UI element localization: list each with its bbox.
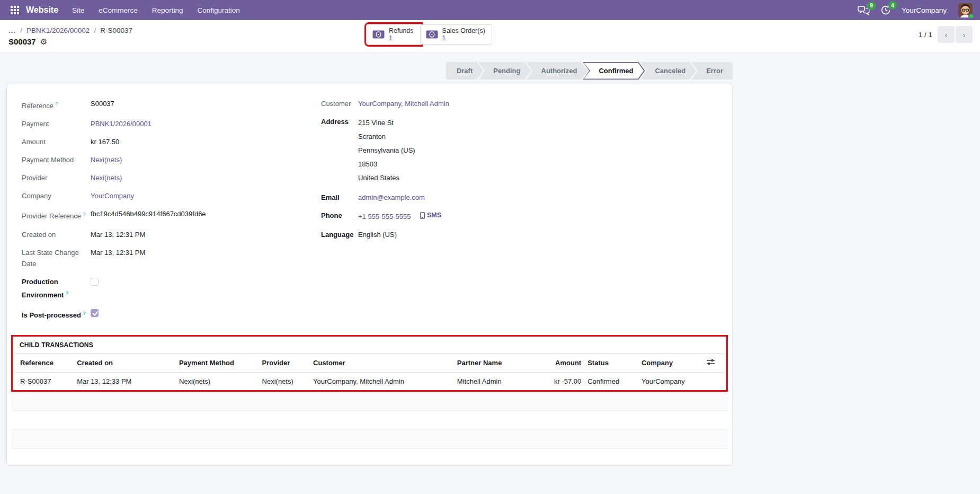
col-partner-name[interactable]: Partner Name	[454, 354, 527, 373]
last-state-change-value[interactable]: Mar 13, 12:31 PM	[91, 247, 145, 269]
page: Website Site eCommerce Reporting Configu…	[0, 0, 980, 494]
email-link[interactable]: admin@example.com	[358, 192, 425, 203]
field-last-state-change: Last State Change Date Mar 13, 12:31 PM	[22, 247, 318, 269]
col-customer[interactable]: Customer	[310, 354, 454, 373]
gear-icon[interactable]: ⚙	[40, 38, 47, 46]
cell-amount[interactable]: kr -57.00	[526, 373, 584, 391]
help-icon[interactable]: ?	[65, 290, 68, 296]
form-right-column: Customer YourCompany, Mitchell Admin Add…	[318, 98, 724, 328]
is-post-processed-checkbox[interactable]	[91, 309, 99, 317]
child-transactions-section: CHILD TRANSACTIONS Reference Created on …	[11, 335, 728, 392]
messages-icon[interactable]: 9	[858, 5, 870, 15]
field-provider-reference: Provider Reference? fbc19c4d546b499c914f…	[22, 208, 318, 222]
field-language: Language English (US)	[321, 229, 724, 240]
child-transactions-table: Reference Created on Payment Method Prov…	[15, 354, 724, 390]
address-city: Scranton	[358, 130, 415, 144]
help-icon[interactable]: ?	[55, 101, 58, 107]
menu-ecommerce[interactable]: eCommerce	[99, 6, 138, 14]
status-canceled[interactable]: Canceled	[640, 62, 696, 80]
child-transactions-title: CHILD TRANSACTIONS	[15, 340, 724, 354]
payment-link[interactable]: PBNK1/2026/00001	[91, 118, 152, 129]
field-created-on: Created on Mar 13, 12:31 PM	[22, 229, 318, 240]
address-value: 215 Vine St Scranton Pennsylvania (US) 1…	[358, 116, 415, 185]
cell-status[interactable]: Confirmed	[584, 373, 638, 391]
breadcrumb-parent-link[interactable]: PBNK1/2026/00002	[26, 27, 90, 34]
breadcrumb-ellipsis[interactable]: ...	[8, 27, 16, 34]
company-switcher[interactable]: YourCompany	[902, 6, 947, 14]
sales-orders-button-label: Sales Order(s)	[442, 27, 485, 34]
empty-row	[11, 392, 728, 411]
field-reference-value[interactable]: S00037	[91, 98, 114, 111]
production-environment-checkbox[interactable]	[91, 278, 99, 286]
col-status[interactable]: Status	[584, 354, 638, 373]
table-row[interactable]: R-S00037 Mar 13, 12:33 PM Nexi(nets) Nex…	[15, 373, 724, 391]
status-error[interactable]: Error	[691, 62, 733, 80]
field-is-post-processed: Is Post-processed?	[22, 307, 318, 321]
col-provider[interactable]: Provider	[259, 354, 310, 373]
status-authorized[interactable]: Authorized	[527, 62, 588, 80]
col-company[interactable]: Company	[638, 354, 703, 373]
language-value[interactable]: English (US)	[358, 229, 397, 240]
apps-grid-icon[interactable]	[11, 6, 20, 15]
empty-row	[11, 449, 728, 465]
help-icon[interactable]: ?	[83, 310, 86, 316]
sliders-icon	[706, 358, 715, 366]
control-panel: ... / PBNK1/2026/00002 / R-S00037 S00037…	[0, 20, 980, 53]
menu-reporting[interactable]: Reporting	[152, 6, 183, 14]
optional-columns-button[interactable]	[703, 354, 724, 373]
table-header-row: Reference Created on Payment Method Prov…	[15, 354, 724, 373]
sms-button-label: SMS	[427, 210, 441, 221]
statusbar: Draft Pending Authorized Confirmed Cance…	[446, 62, 733, 80]
field-amount-value[interactable]: kr 167.50	[91, 136, 119, 147]
menu-configuration[interactable]: Configuration	[197, 6, 239, 14]
field-payment-method: Payment Method Nexi(nets)	[22, 154, 318, 165]
created-on-value[interactable]: Mar 13, 12:31 PM	[91, 229, 145, 240]
cell-company[interactable]: YourCompany	[638, 373, 703, 391]
cell-partner-name[interactable]: Mitchell Admin	[454, 373, 527, 391]
form-left-column: Reference? S00037 Payment PBNK1/2026/000…	[22, 98, 318, 328]
sms-button[interactable]: SMS	[420, 210, 441, 221]
money-bill-icon	[426, 30, 438, 39]
address-zip: 18503	[358, 157, 415, 171]
status-confirmed-active[interactable]: Confirmed	[583, 62, 645, 80]
company-link[interactable]: YourCompany	[91, 190, 134, 201]
field-phone: Phone +1 555-555-5555 SMS	[321, 210, 724, 222]
pager-previous-button[interactable]: ‹	[938, 26, 955, 43]
col-amount[interactable]: Amount	[526, 354, 584, 373]
sales-orders-button[interactable]: Sales Order(s) 1	[421, 24, 492, 45]
status-pending[interactable]: Pending	[478, 62, 531, 80]
payment-method-link[interactable]: Nexi(nets)	[91, 154, 122, 165]
col-reference[interactable]: Reference	[15, 354, 74, 373]
app-name[interactable]: Website	[26, 5, 58, 15]
cell-customer[interactable]: YourCompany, Mitchell Admin	[310, 373, 454, 391]
col-payment-method[interactable]: Payment Method	[176, 354, 259, 373]
cell-reference[interactable]: R-S00037	[15, 373, 74, 391]
col-created-on[interactable]: Created on	[74, 354, 176, 373]
cell-provider[interactable]: Nexi(nets)	[259, 373, 310, 391]
user-avatar[interactable]	[958, 3, 973, 17]
address-state: Pennsylvania (US)	[358, 144, 415, 157]
menu-site[interactable]: Site	[72, 6, 84, 14]
cell-payment-method[interactable]: Nexi(nets)	[176, 373, 259, 391]
provider-reference-value[interactable]: fbc19c4d546b499c914f667cd039fd6e	[91, 208, 206, 222]
cell-created-on[interactable]: Mar 13, 12:33 PM	[74, 373, 176, 391]
status-draft[interactable]: Draft	[446, 62, 483, 80]
refunds-button[interactable]: Refunds 1	[367, 24, 421, 45]
smart-buttons: Refunds 1 Sales Order(s) 1	[367, 24, 492, 45]
field-customer: Customer YourCompany, Mitchell Admin	[321, 98, 724, 109]
help-icon[interactable]: ?	[83, 211, 85, 217]
customer-link[interactable]: YourCompany, Mitchell Admin	[358, 98, 449, 109]
pager-next-button[interactable]: ›	[956, 26, 973, 43]
pager-value: 1 / 1	[919, 31, 932, 39]
address-country: United States	[358, 171, 415, 185]
top-navbar: Website Site eCommerce Reporting Configu…	[0, 0, 980, 20]
field-payment: Payment PBNK1/2026/00001	[22, 118, 318, 129]
provider-link[interactable]: Nexi(nets)	[91, 172, 122, 183]
online-status-dot	[968, 13, 974, 19]
breadcrumb-separator: /	[20, 27, 22, 34]
field-company: Company YourCompany	[22, 190, 318, 201]
empty-list-rows	[11, 392, 728, 465]
breadcrumb-separator: /	[94, 27, 96, 34]
phone-link[interactable]: +1 555-555-5555	[358, 213, 411, 220]
activities-icon[interactable]: 4	[880, 5, 891, 15]
